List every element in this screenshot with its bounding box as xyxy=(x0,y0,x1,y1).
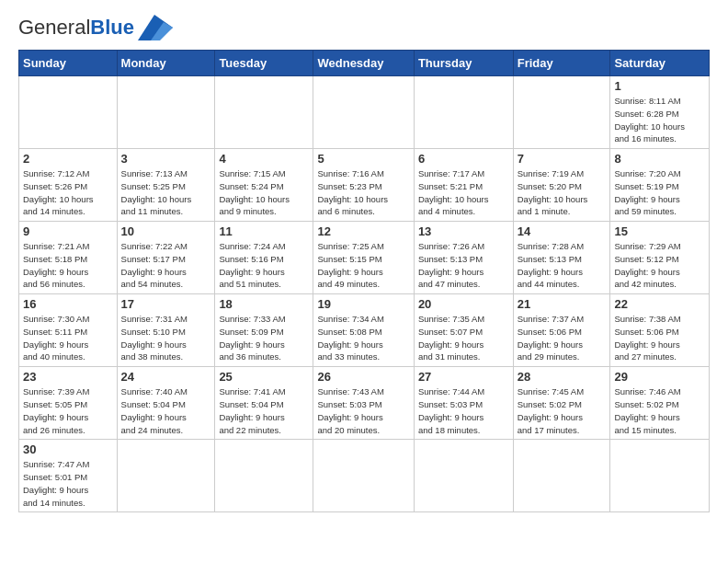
calendar-cell xyxy=(414,440,513,512)
week-row-1: 2Sunrise: 7:12 AM Sunset: 5:26 PM Daylig… xyxy=(19,149,710,222)
calendar-cell: 4Sunrise: 7:15 AM Sunset: 5:24 PM Daylig… xyxy=(215,149,313,222)
day-info: Sunrise: 7:24 AM Sunset: 5:16 PM Dayligh… xyxy=(219,240,309,291)
weekday-tuesday: Tuesday xyxy=(215,51,313,76)
day-info: Sunrise: 7:30 AM Sunset: 5:11 PM Dayligh… xyxy=(23,313,113,363)
calendar-cell xyxy=(215,440,313,512)
calendar-cell: 27Sunrise: 7:44 AM Sunset: 5:03 PM Dayli… xyxy=(414,367,513,440)
calendar-cell: 20Sunrise: 7:35 AM Sunset: 5:07 PM Dayli… xyxy=(414,294,513,367)
day-info: Sunrise: 7:44 AM Sunset: 5:03 PM Dayligh… xyxy=(418,385,509,436)
day-info: Sunrise: 7:39 AM Sunset: 5:05 PM Dayligh… xyxy=(23,385,113,436)
calendar-cell: 6Sunrise: 7:17 AM Sunset: 5:21 PM Daylig… xyxy=(414,149,513,222)
calendar-cell: 16Sunrise: 7:30 AM Sunset: 5:11 PM Dayli… xyxy=(19,294,118,367)
logo-blue: Blue xyxy=(90,16,134,39)
calendar-cell xyxy=(513,440,610,512)
weekday-wednesday: Wednesday xyxy=(313,51,414,76)
day-info: Sunrise: 7:40 AM Sunset: 5:04 PM Dayligh… xyxy=(121,385,211,436)
weekday-thursday: Thursday xyxy=(414,51,513,76)
calendar-cell xyxy=(414,76,513,149)
calendar-cell: 15Sunrise: 7:29 AM Sunset: 5:12 PM Dayli… xyxy=(610,222,710,294)
day-info: Sunrise: 7:34 AM Sunset: 5:08 PM Dayligh… xyxy=(317,313,409,363)
weekday-monday: Monday xyxy=(117,51,215,76)
day-info: Sunrise: 7:31 AM Sunset: 5:10 PM Dayligh… xyxy=(121,313,211,363)
day-info: Sunrise: 7:43 AM Sunset: 5:03 PM Dayligh… xyxy=(317,385,409,436)
calendar-cell: 14Sunrise: 7:28 AM Sunset: 5:13 PM Dayli… xyxy=(513,222,610,294)
day-info: Sunrise: 7:28 AM Sunset: 5:13 PM Dayligh… xyxy=(518,240,607,291)
week-row-0: 1Sunrise: 8:11 AM Sunset: 6:28 PM Daylig… xyxy=(19,76,710,149)
calendar-cell xyxy=(313,440,414,512)
day-number: 8 xyxy=(614,152,705,166)
week-row-2: 9Sunrise: 7:21 AM Sunset: 5:18 PM Daylig… xyxy=(19,222,710,294)
calendar-cell: 7Sunrise: 7:19 AM Sunset: 5:20 PM Daylig… xyxy=(513,149,610,222)
calendar-cell: 21Sunrise: 7:37 AM Sunset: 5:06 PM Dayli… xyxy=(513,294,610,367)
calendar-cell: 5Sunrise: 7:16 AM Sunset: 5:23 PM Daylig… xyxy=(313,149,414,222)
weekday-header-row: SundayMondayTuesdayWednesdayThursdayFrid… xyxy=(19,51,710,76)
calendar-cell xyxy=(610,440,710,512)
calendar-cell: 17Sunrise: 7:31 AM Sunset: 5:10 PM Dayli… xyxy=(117,294,215,367)
day-number: 18 xyxy=(219,297,309,311)
day-info: Sunrise: 7:15 AM Sunset: 5:24 PM Dayligh… xyxy=(219,167,309,218)
day-info: Sunrise: 7:46 AM Sunset: 5:02 PM Dayligh… xyxy=(614,385,705,436)
logo: GeneralBlue xyxy=(18,15,173,40)
logo-icon xyxy=(138,15,173,40)
day-number: 16 xyxy=(23,297,113,311)
day-number: 14 xyxy=(518,224,607,238)
calendar-cell: 24Sunrise: 7:40 AM Sunset: 5:04 PM Dayli… xyxy=(117,367,215,440)
calendar-cell: 3Sunrise: 7:13 AM Sunset: 5:25 PM Daylig… xyxy=(117,149,215,222)
day-number: 11 xyxy=(219,224,309,238)
day-info: Sunrise: 7:26 AM Sunset: 5:13 PM Dayligh… xyxy=(418,240,509,291)
day-info: Sunrise: 7:29 AM Sunset: 5:12 PM Dayligh… xyxy=(614,240,705,291)
calendar-cell: 9Sunrise: 7:21 AM Sunset: 5:18 PM Daylig… xyxy=(19,222,118,294)
calendar-cell xyxy=(117,76,215,149)
calendar-cell xyxy=(513,76,610,149)
day-info: Sunrise: 7:22 AM Sunset: 5:17 PM Dayligh… xyxy=(121,240,211,291)
calendar-cell: 26Sunrise: 7:43 AM Sunset: 5:03 PM Dayli… xyxy=(313,367,414,440)
week-row-5: 30Sunrise: 7:47 AM Sunset: 5:01 PM Dayli… xyxy=(19,440,710,512)
calendar-cell xyxy=(117,440,215,512)
day-number: 28 xyxy=(518,370,607,384)
weekday-sunday: Sunday xyxy=(19,51,118,76)
calendar-cell xyxy=(313,76,414,149)
day-number: 19 xyxy=(317,297,409,311)
day-info: Sunrise: 7:35 AM Sunset: 5:07 PM Dayligh… xyxy=(418,313,509,363)
calendar-cell: 8Sunrise: 7:20 AM Sunset: 5:19 PM Daylig… xyxy=(610,149,710,222)
day-info: Sunrise: 7:19 AM Sunset: 5:20 PM Dayligh… xyxy=(518,167,607,218)
weekday-friday: Friday xyxy=(513,51,610,76)
day-number: 23 xyxy=(23,370,113,384)
day-info: Sunrise: 8:11 AM Sunset: 6:28 PM Dayligh… xyxy=(614,95,705,145)
weekday-saturday: Saturday xyxy=(610,51,710,76)
day-number: 26 xyxy=(317,370,409,384)
day-number: 24 xyxy=(121,370,211,384)
day-info: Sunrise: 7:12 AM Sunset: 5:26 PM Dayligh… xyxy=(23,167,113,218)
day-number: 7 xyxy=(518,152,607,166)
day-number: 20 xyxy=(418,297,509,311)
day-number: 22 xyxy=(614,297,705,311)
calendar-cell xyxy=(215,76,313,149)
day-number: 9 xyxy=(23,224,113,238)
calendar-cell: 25Sunrise: 7:41 AM Sunset: 5:04 PM Dayli… xyxy=(215,367,313,440)
day-info: Sunrise: 7:25 AM Sunset: 5:15 PM Dayligh… xyxy=(317,240,409,291)
day-info: Sunrise: 7:47 AM Sunset: 5:01 PM Dayligh… xyxy=(23,458,113,509)
day-number: 25 xyxy=(219,370,309,384)
calendar-cell xyxy=(19,76,118,149)
day-number: 12 xyxy=(317,224,409,238)
day-info: Sunrise: 7:16 AM Sunset: 5:23 PM Dayligh… xyxy=(317,167,409,218)
day-number: 2 xyxy=(23,152,113,166)
day-number: 6 xyxy=(418,152,509,166)
day-info: Sunrise: 7:21 AM Sunset: 5:18 PM Dayligh… xyxy=(23,240,113,291)
calendar-cell: 19Sunrise: 7:34 AM Sunset: 5:08 PM Dayli… xyxy=(313,294,414,367)
page: GeneralBlue SundayMondayTuesdayWednesday… xyxy=(0,0,728,531)
calendar-cell: 13Sunrise: 7:26 AM Sunset: 5:13 PM Dayli… xyxy=(414,222,513,294)
day-info: Sunrise: 7:20 AM Sunset: 5:19 PM Dayligh… xyxy=(614,167,705,218)
calendar-cell: 29Sunrise: 7:46 AM Sunset: 5:02 PM Dayli… xyxy=(610,367,710,440)
day-info: Sunrise: 7:37 AM Sunset: 5:06 PM Dayligh… xyxy=(518,313,607,363)
day-number: 5 xyxy=(317,152,409,166)
day-number: 30 xyxy=(23,442,113,456)
day-number: 4 xyxy=(219,152,309,166)
calendar-cell: 18Sunrise: 7:33 AM Sunset: 5:09 PM Dayli… xyxy=(215,294,313,367)
week-row-3: 16Sunrise: 7:30 AM Sunset: 5:11 PM Dayli… xyxy=(19,294,710,367)
calendar-cell: 2Sunrise: 7:12 AM Sunset: 5:26 PM Daylig… xyxy=(19,149,118,222)
day-info: Sunrise: 7:45 AM Sunset: 5:02 PM Dayligh… xyxy=(518,385,607,436)
calendar-cell: 22Sunrise: 7:38 AM Sunset: 5:06 PM Dayli… xyxy=(610,294,710,367)
day-number: 10 xyxy=(121,224,211,238)
day-number: 15 xyxy=(614,224,705,238)
